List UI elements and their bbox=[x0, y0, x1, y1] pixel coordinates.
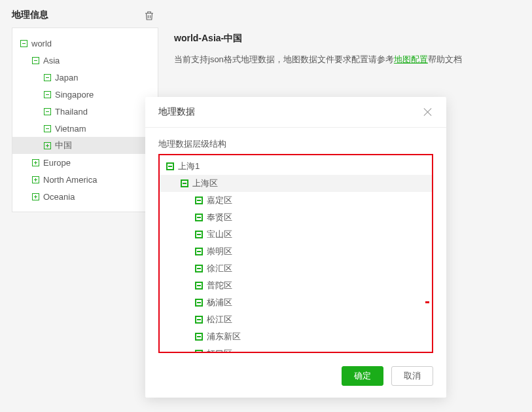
collapse-icon[interactable] bbox=[195, 350, 203, 353]
geo-tree-item-label: 虹口区 bbox=[207, 348, 232, 353]
modal-title: 地理数据 bbox=[158, 106, 195, 118]
geo-tree-item-label: 浦东新区 bbox=[207, 331, 241, 343]
tree-structure-label: 地理数据层级结构 bbox=[158, 138, 433, 150]
geo-tree-item-label: 松江区 bbox=[207, 314, 232, 326]
geo-tree-item-label: 宝山区 bbox=[207, 229, 232, 240]
collapse-icon[interactable] bbox=[195, 282, 203, 290]
geo-tree-item-2[interactable]: 嘉定区 bbox=[160, 192, 432, 209]
geo-tree-item-label: 杨浦区 bbox=[207, 297, 232, 309]
collapse-icon[interactable] bbox=[195, 214, 203, 221]
modal-overlay: 地理数据 地理数据层级结构 上海1上海区嘉定区奉贤区宝山区崇明区徐汇区普陀区杨浦… bbox=[0, 0, 532, 412]
geo-tree-item-3[interactable]: 奉贤区 bbox=[160, 209, 432, 226]
geo-tree-item-1[interactable]: 上海区 bbox=[160, 175, 432, 192]
geo-tree-item-10[interactable]: 浦东新区 bbox=[160, 328, 432, 345]
geo-tree-item-label: 普陀区 bbox=[207, 280, 232, 291]
geo-tree-item-4[interactable]: 宝山区 bbox=[160, 226, 432, 243]
geo-tree-item-9[interactable]: 松江区 bbox=[160, 311, 432, 328]
collapse-icon[interactable] bbox=[195, 248, 203, 255]
collapse-icon[interactable] bbox=[195, 299, 203, 307]
close-icon[interactable] bbox=[423, 107, 433, 117]
geo-tree-item-label: 徐汇区 bbox=[207, 263, 232, 274]
geo-tree-item-label: 奉贤区 bbox=[207, 212, 232, 223]
geo-tree-item-label: 嘉定区 bbox=[207, 195, 232, 206]
collapse-icon[interactable] bbox=[181, 179, 188, 187]
geo-tree-item-label: 上海1 bbox=[178, 160, 200, 172]
geo-tree-item-11[interactable]: 虹口区 bbox=[160, 345, 432, 353]
collapse-icon[interactable] bbox=[195, 265, 203, 272]
geo-data-modal: 地理数据 地理数据层级结构 上海1上海区嘉定区奉贤区宝山区崇明区徐汇区普陀区杨浦… bbox=[145, 97, 446, 398]
highlight-mark bbox=[425, 301, 429, 303]
geo-tree-item-label: 上海区 bbox=[192, 178, 218, 189]
collapse-icon[interactable] bbox=[195, 333, 203, 341]
modal-header: 地理数据 bbox=[145, 97, 446, 128]
ok-button[interactable]: 确定 bbox=[342, 366, 383, 386]
geo-tree-item-6[interactable]: 徐汇区 bbox=[160, 260, 432, 277]
cancel-button[interactable]: 取消 bbox=[391, 366, 433, 386]
geo-tree-item-7[interactable]: 普陀区 bbox=[160, 277, 432, 294]
collapse-icon[interactable] bbox=[166, 162, 174, 170]
collapse-icon[interactable] bbox=[195, 231, 203, 238]
modal-footer: 确定 取消 bbox=[145, 358, 446, 398]
geo-tree-item-0[interactable]: 上海1 bbox=[160, 158, 432, 175]
collapse-icon[interactable] bbox=[195, 197, 203, 204]
geo-tree-item-5[interactable]: 崇明区 bbox=[160, 243, 432, 260]
geo-tree-item-8[interactable]: 杨浦区 bbox=[160, 294, 432, 311]
collapse-icon[interactable] bbox=[195, 316, 203, 324]
geo-tree-box[interactable]: 上海1上海区嘉定区奉贤区宝山区崇明区徐汇区普陀区杨浦区松江区浦东新区虹口区 bbox=[158, 154, 433, 353]
modal-body: 地理数据层级结构 上海1上海区嘉定区奉贤区宝山区崇明区徐汇区普陀区杨浦区松江区浦… bbox=[145, 128, 446, 358]
geo-tree-item-label: 崇明区 bbox=[207, 246, 232, 257]
